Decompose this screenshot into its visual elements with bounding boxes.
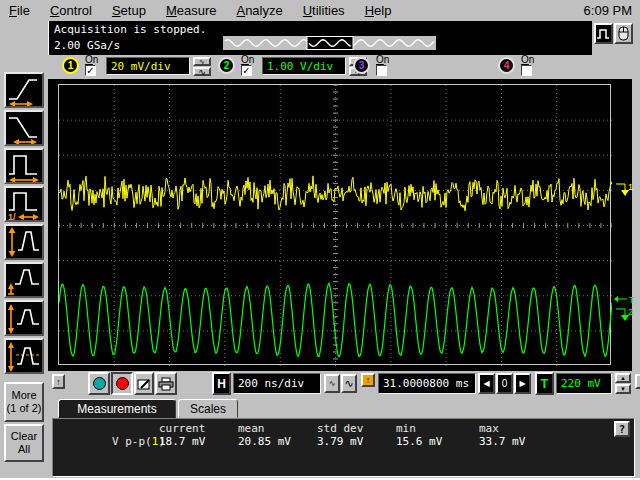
pulse-mode-button[interactable] xyxy=(594,23,613,44)
measurements-panel: V p-p(1) current 18.7 mV mean 20.85 mV s… xyxy=(52,418,635,477)
channel1-on-label: On xyxy=(85,55,98,65)
mouse-icon xyxy=(617,26,630,41)
pulse-icon xyxy=(596,27,611,41)
menu-control[interactable]: Control xyxy=(41,1,103,20)
val-std-dev: 3.79 mV xyxy=(317,435,363,448)
trigger-level-field[interactable]: 220 mV xyxy=(556,373,612,394)
measure-vmax-button[interactable] xyxy=(4,300,44,336)
fall-time-icon xyxy=(6,112,42,144)
run-icon xyxy=(93,377,106,390)
channel1-scale-up-button[interactable]: ∿ xyxy=(193,57,211,66)
measure-pulse-width-button[interactable] xyxy=(4,148,44,184)
channel4-badge[interactable]: 4 xyxy=(498,57,515,74)
collapse-left-button[interactable]: ↑ xyxy=(52,374,65,389)
channel1-scale-down-button[interactable]: ∿ xyxy=(193,67,211,76)
col-min: min xyxy=(396,422,416,435)
quick-file-button[interactable] xyxy=(134,372,154,395)
val-current: 18.7 mV xyxy=(159,435,205,448)
collapse-right-button[interactable]: ↑ xyxy=(635,374,640,389)
pulse-width-icon xyxy=(6,150,42,182)
acquisition-status-text: Acquisition is stopped. xyxy=(54,23,206,36)
tab-scales[interactable]: Scales xyxy=(178,399,238,418)
run-button[interactable] xyxy=(88,372,110,395)
print-button[interactable] xyxy=(155,372,177,395)
menu-setup[interactable]: Setup xyxy=(103,1,157,20)
frequency-icon: 1/ xyxy=(6,188,42,220)
measure-vmin-button[interactable] xyxy=(4,262,44,298)
measure-vavg-button[interactable] xyxy=(4,338,44,374)
acquisition-status-bar: Acquisition is stopped. 2.00 GSa/s xyxy=(48,21,592,55)
mouse-mode-button[interactable] xyxy=(614,23,633,44)
col-max: max xyxy=(479,422,499,435)
svg-text:T: T xyxy=(629,295,635,305)
horizontal-position-field[interactable]: 31.0000800 ms xyxy=(378,373,476,394)
channel2-badge[interactable]: 2 xyxy=(218,57,235,74)
channel2-ground-marker[interactable]: 2 xyxy=(614,306,636,324)
svg-text:2: 2 xyxy=(628,307,633,317)
svg-text:1/: 1/ xyxy=(8,212,16,220)
channel3-on-checkbox[interactable] xyxy=(376,65,387,76)
measure-fall-time-button[interactable] xyxy=(4,110,44,146)
val-min: 15.6 mV xyxy=(396,435,442,448)
channel1-ground-marker[interactable]: 1 xyxy=(614,181,636,199)
sample-rate-text: 2.00 GSa/s xyxy=(54,39,120,52)
measure-rise-time-button[interactable] xyxy=(4,72,44,108)
menu-bar: File Control Setup Measure Analyze Utili… xyxy=(0,0,640,20)
clear-all-button[interactable]: Clear All xyxy=(4,424,44,462)
help-button[interactable]: ? xyxy=(614,421,630,437)
svg-text:1: 1 xyxy=(628,182,633,192)
stop-button[interactable] xyxy=(111,372,133,395)
scope-canvas xyxy=(59,85,612,366)
oscilloscope-window: File Control Setup Measure Analyze Utili… xyxy=(0,0,640,480)
more-measurements-button[interactable]: More (1 of 2) xyxy=(4,382,44,422)
val-mean: 20.85 mV xyxy=(238,435,291,448)
channel3-badge[interactable]: 3 xyxy=(353,57,370,74)
measurement-name: V p-p(1) xyxy=(73,435,165,448)
channel2-scale-field[interactable]: 1.00 V/div xyxy=(262,57,346,75)
position-zero-button[interactable]: 0 xyxy=(496,373,513,394)
menu-help[interactable]: Help xyxy=(356,1,403,20)
channel4-on-label: On xyxy=(521,55,534,65)
horizontal-menu-button[interactable]: H xyxy=(212,372,231,395)
channel1-badge[interactable]: 1 xyxy=(62,57,79,74)
channel2-on-checkbox[interactable]: ✓ xyxy=(241,65,252,76)
measure-vpp-button[interactable] xyxy=(4,224,44,260)
trigger-position-indicator[interactable]: ↑ xyxy=(361,373,375,387)
stop-icon xyxy=(116,377,129,390)
measure-frequency-button[interactable]: 1/ xyxy=(4,186,44,222)
channel2-on-label: On xyxy=(241,55,254,65)
vmax-icon xyxy=(6,302,42,334)
col-mean: mean xyxy=(238,422,265,435)
position-left-button[interactable]: ◀ xyxy=(478,373,495,394)
vmin-icon xyxy=(6,264,42,296)
trigger-level-up-button[interactable]: ▲ xyxy=(615,373,631,383)
menu-analyze[interactable]: Analyze xyxy=(227,1,293,20)
col-std-dev: std dev xyxy=(317,422,363,435)
waveform-plot xyxy=(58,84,611,365)
clock: 6:09 PM xyxy=(584,3,632,18)
channel4-on-checkbox[interactable] xyxy=(521,65,532,76)
print-icon xyxy=(158,377,174,391)
channel1-on-checkbox[interactable]: ✓ xyxy=(85,65,96,76)
timebase-zoom-in-button[interactable]: ∿ xyxy=(341,374,357,393)
scope-display-area: 1 T 2 xyxy=(48,79,632,371)
horizontal-trigger-toolbar: ↑ H 200 ns/div ∿ ∿ ↑ 31.0000800 ms ◀ 0 ▶… xyxy=(48,371,640,398)
channel-bar: 1 On ✓ 20 mV/div ∿ ∿ 2 On ✓ 1.00 V/div ∿… xyxy=(48,55,640,79)
menu-utilities[interactable]: Utilities xyxy=(294,1,356,20)
quick-file-icon xyxy=(137,377,151,391)
val-max: 33.7 mV xyxy=(479,435,525,448)
rise-time-icon xyxy=(6,74,42,106)
vpp-icon xyxy=(6,226,42,258)
trigger-level-down-button[interactable]: ▼ xyxy=(615,384,631,394)
timebase-scale-field[interactable]: 200 ns/div xyxy=(233,373,321,394)
vavg-icon xyxy=(6,340,42,372)
timebase-zoom-out-button[interactable]: ∿ xyxy=(324,374,340,393)
trigger-menu-button[interactable]: T xyxy=(535,372,554,395)
menu-file[interactable]: File xyxy=(0,1,41,20)
tab-measurements[interactable]: Measurements xyxy=(58,399,176,418)
menu-measure[interactable]: Measure xyxy=(157,1,228,20)
channel1-scale-field[interactable]: 20 mV/div xyxy=(106,57,190,75)
position-right-button[interactable]: ▶ xyxy=(514,373,531,394)
waveform-position-scrollbar[interactable] xyxy=(223,36,436,50)
col-current: current xyxy=(159,422,205,435)
